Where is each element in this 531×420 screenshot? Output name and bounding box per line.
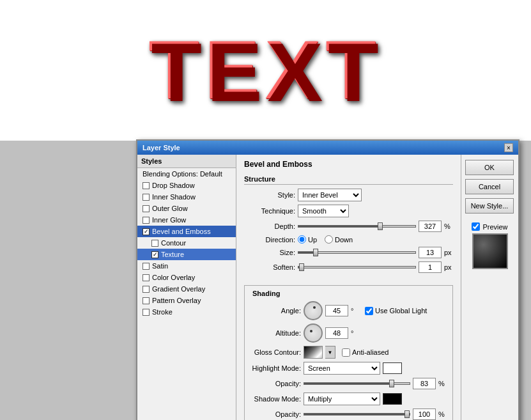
drop-shadow-label: Drop Shadow: [152, 182, 195, 189]
highlight-mode-control-group: Screen Normal Multiply Dissolve Darken L…: [304, 362, 447, 375]
contour-checkbox[interactable]: [151, 240, 158, 247]
sidebar-item-bevel-emboss[interactable]: Bevel and Emboss: [137, 226, 236, 237]
use-global-light-label[interactable]: Use Global Light: [365, 307, 427, 315]
direction-up-label[interactable]: Up: [298, 235, 317, 244]
sidebar-item-stroke[interactable]: Stroke: [137, 306, 236, 318]
highlight-opacity-row: Opacity: %: [250, 378, 447, 389]
soften-slider-thumb[interactable]: [299, 263, 304, 271]
sidebar-item-blending-options[interactable]: Blending Options: Default: [137, 168, 236, 180]
texture-label: Texture: [161, 251, 184, 258]
direction-down-radio[interactable]: [325, 235, 333, 244]
highlight-opacity-unit: %: [438, 380, 447, 387]
inner-shadow-checkbox[interactable]: [142, 194, 150, 201]
depth-slider-thumb[interactable]: [378, 222, 383, 230]
sidebar-item-inner-shadow[interactable]: Inner Shadow: [137, 191, 236, 203]
altitude-input[interactable]: [325, 327, 348, 339]
size-slider-thumb[interactable]: [313, 249, 318, 256]
soften-field-label: Soften:: [244, 263, 295, 271]
outer-glow-checkbox[interactable]: [142, 205, 150, 212]
texture-checkbox[interactable]: [151, 251, 158, 258]
altitude-dial[interactable]: [304, 323, 323, 343]
depth-slider-track[interactable]: [298, 225, 416, 228]
pattern-overlay-checkbox[interactable]: [142, 297, 150, 304]
layer-style-dialog: Layer Style × Styles Blending Options: D…: [136, 139, 519, 420]
shadow-opacity-field-label: Opacity:: [250, 410, 301, 418]
bevel-emboss-checkbox[interactable]: [142, 228, 150, 235]
highlight-color-swatch[interactable]: [383, 362, 402, 374]
anti-aliased-label[interactable]: Anti-aliased: [342, 348, 389, 357]
sidebar-item-outer-glow[interactable]: Outer Glow: [137, 203, 236, 214]
preview-label-text: Preview: [482, 223, 507, 231]
shadow-opacity-input[interactable]: [413, 408, 436, 420]
satin-checkbox[interactable]: [142, 263, 150, 270]
anti-aliased-checkbox[interactable]: [342, 348, 350, 357]
shadow-color-swatch[interactable]: [383, 393, 402, 405]
preview-checkbox[interactable]: [472, 222, 480, 231]
direction-row: Direction: Up Down: [244, 235, 453, 244]
inner-shadow-label: Inner Shadow: [152, 193, 196, 201]
sidebar-item-inner-glow[interactable]: Inner Glow: [137, 214, 236, 226]
highlight-opacity-slider-thumb[interactable]: [389, 380, 394, 387]
direction-down-label[interactable]: Down: [325, 235, 353, 244]
sidebar-item-drop-shadow[interactable]: Drop Shadow: [137, 180, 236, 191]
shadow-mode-select[interactable]: Multiply Normal Screen Dissolve Darken L…: [304, 393, 380, 405]
shadow-opacity-slider-thumb[interactable]: [404, 410, 410, 418]
sidebar-item-gradient-overlay[interactable]: Gradient Overlay: [137, 283, 236, 295]
dial-indicator: [313, 306, 316, 309]
sidebar-item-satin[interactable]: Satin: [137, 260, 236, 272]
stroke-label: Stroke: [152, 308, 173, 316]
sidebar-item-color-overlay[interactable]: Color Overlay: [137, 272, 236, 283]
sidebar-item-contour[interactable]: Contour: [137, 237, 236, 249]
direction-down-text: Down: [335, 236, 353, 244]
canvas-text: TEXT: [149, 22, 381, 118]
sidebar-item-pattern-overlay[interactable]: Pattern Overlay: [137, 295, 236, 306]
highlight-mode-field-label: Highlight Mode:: [250, 364, 301, 372]
angle-input[interactable]: [325, 305, 348, 316]
shadow-opacity-slider-track[interactable]: [304, 413, 410, 416]
altitude-dial-indicator: [310, 330, 312, 332]
gloss-contour-preview[interactable]: [304, 346, 323, 359]
size-input[interactable]: [419, 247, 442, 258]
use-global-light-text: Use Global Light: [375, 307, 427, 315]
size-control-group: px: [298, 247, 453, 258]
gradient-overlay-checkbox[interactable]: [142, 286, 150, 293]
outer-glow-label: Outer Glow: [152, 205, 188, 212]
ok-button[interactable]: OK: [465, 160, 514, 175]
color-overlay-checkbox[interactable]: [142, 274, 150, 281]
style-field-label: Style:: [244, 191, 295, 199]
direction-up-text: Up: [308, 236, 317, 244]
blending-options-label: Blending Options: Default: [142, 170, 222, 178]
technique-row: Technique: Smooth Chisel Hard Chisel Sof…: [244, 205, 453, 217]
stroke-checkbox[interactable]: [142, 309, 150, 316]
soften-control-group: px: [298, 261, 453, 273]
style-select[interactable]: Inner Bevel Outer Bevel Emboss Pillow Em…: [298, 189, 362, 201]
size-slider-track[interactable]: [298, 251, 416, 254]
direction-up-radio[interactable]: [298, 235, 306, 244]
highlight-mode-select[interactable]: Screen Normal Multiply Dissolve Darken L…: [304, 362, 380, 375]
angle-unit: °: [351, 307, 360, 315]
drop-shadow-checkbox[interactable]: [142, 182, 150, 189]
size-field-label: Size:: [244, 249, 295, 256]
depth-input[interactable]: [419, 221, 442, 232]
soften-unit: px: [444, 263, 453, 271]
technique-select[interactable]: Smooth Chisel Hard Chisel Soft: [298, 205, 349, 217]
dialog-close-button[interactable]: ×: [504, 143, 513, 152]
angle-dial[interactable]: [304, 301, 323, 320]
soften-slider-track[interactable]: [298, 266, 416, 268]
highlight-opacity-slider-track[interactable]: [304, 382, 410, 385]
shadow-opacity-control-group: %: [304, 408, 447, 420]
use-global-light-checkbox[interactable]: [365, 307, 373, 315]
color-overlay-label: Color Overlay: [152, 274, 195, 281]
gloss-contour-field-label: Gloss Contour:: [250, 348, 301, 356]
cancel-button[interactable]: Cancel: [465, 179, 514, 194]
gloss-contour-dropdown[interactable]: ▼: [325, 346, 335, 359]
inner-glow-checkbox[interactable]: [142, 217, 150, 224]
highlight-opacity-input[interactable]: [413, 378, 436, 389]
section-title: Bevel and Emboss: [244, 160, 453, 169]
sidebar-item-texture[interactable]: Texture: [137, 249, 236, 260]
pattern-overlay-label: Pattern Overlay: [152, 297, 201, 304]
new-style-button[interactable]: New Style...: [465, 198, 514, 214]
angle-control-group: ° Use Global Light: [304, 301, 447, 320]
technique-control-group: Smooth Chisel Hard Chisel Soft: [298, 205, 453, 217]
soften-input[interactable]: [419, 261, 442, 273]
